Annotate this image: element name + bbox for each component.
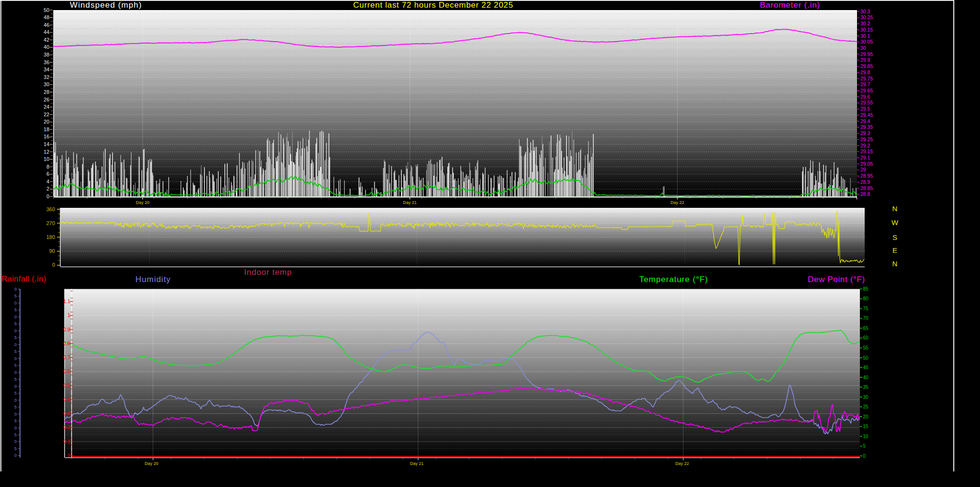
svg-text:5: 5 — [14, 432, 17, 437]
svg-text:1.1: 1.1 — [64, 299, 70, 304]
svg-text:22: 22 — [44, 112, 49, 117]
svg-text:30.3: 30.3 — [860, 9, 870, 14]
svg-text:0: 0 — [14, 370, 17, 375]
svg-text:0: 0 — [14, 453, 17, 458]
svg-text:0.8: 0.8 — [64, 341, 70, 346]
svg-text:5: 5 — [14, 446, 17, 451]
svg-text:360: 360 — [46, 206, 55, 212]
svg-text:29.15: 29.15 — [860, 148, 873, 154]
svg-text:W: W — [891, 218, 899, 227]
svg-text:29.9: 29.9 — [860, 57, 870, 63]
svg-text:16: 16 — [44, 134, 49, 139]
svg-text:5: 5 — [14, 405, 17, 409]
svg-text:0.5: 0.5 — [64, 383, 70, 388]
svg-text:35: 35 — [863, 385, 869, 390]
svg-text:24: 24 — [44, 104, 49, 110]
svg-text:E: E — [892, 246, 897, 254]
svg-text:18: 18 — [44, 126, 49, 132]
svg-text:50: 50 — [44, 7, 49, 13]
svg-text:29.5: 29.5 — [860, 106, 870, 112]
svg-text:50: 50 — [863, 355, 869, 361]
svg-text:36: 36 — [44, 59, 49, 65]
svg-text:55: 55 — [863, 345, 869, 351]
svg-text:15: 15 — [863, 424, 869, 429]
svg-text:29.6: 29.6 — [860, 94, 870, 100]
svg-text:0: 0 — [14, 342, 17, 347]
svg-text:2: 2 — [46, 186, 49, 192]
svg-text:20: 20 — [863, 414, 869, 419]
svg-text:70: 70 — [863, 316, 869, 321]
svg-text:Day 20: Day 20 — [136, 200, 150, 205]
svg-text:29: 29 — [860, 167, 866, 172]
svg-text:0: 0 — [14, 315, 17, 319]
svg-text:Day 22: Day 22 — [675, 461, 689, 466]
svg-text:Humidity: Humidity — [135, 275, 171, 284]
svg-text:90: 90 — [49, 248, 55, 254]
svg-text:Day 20: Day 20 — [145, 461, 158, 466]
svg-text:180: 180 — [46, 234, 55, 240]
svg-text:75: 75 — [863, 306, 869, 311]
svg-text:0: 0 — [14, 412, 17, 417]
svg-text:0: 0 — [14, 301, 17, 306]
svg-text:0.7: 0.7 — [64, 355, 70, 360]
svg-text:29.85: 29.85 — [860, 63, 873, 69]
svg-text:26: 26 — [44, 97, 49, 102]
svg-text:5: 5 — [14, 349, 17, 354]
svg-text:5: 5 — [14, 419, 17, 423]
svg-text:0.4: 0.4 — [64, 397, 70, 402]
svg-text:0: 0 — [14, 439, 17, 444]
svg-text:0: 0 — [14, 287, 17, 292]
svg-text:Indoor temp: Indoor temp — [244, 268, 292, 277]
svg-text:46: 46 — [44, 22, 49, 28]
svg-text:5: 5 — [14, 307, 17, 312]
svg-text:29.7: 29.7 — [860, 81, 870, 87]
svg-text:80: 80 — [863, 296, 869, 301]
svg-text:25: 25 — [863, 404, 869, 409]
svg-text:28.95: 28.95 — [860, 173, 873, 179]
svg-text:30.1: 30.1 — [860, 33, 870, 39]
svg-text:5: 5 — [14, 335, 17, 340]
svg-text:Day 21: Day 21 — [403, 200, 417, 205]
svg-text:N: N — [892, 260, 898, 268]
svg-text:28: 28 — [44, 89, 49, 95]
svg-text:29.1: 29.1 — [860, 155, 870, 160]
svg-text:40: 40 — [863, 375, 869, 380]
svg-text:5: 5 — [863, 443, 866, 449]
svg-text:29.35: 29.35 — [860, 124, 873, 130]
svg-text:29.55: 29.55 — [860, 100, 873, 105]
svg-text:10: 10 — [863, 434, 869, 439]
svg-text:0: 0 — [14, 328, 17, 333]
svg-text:28.85: 28.85 — [860, 185, 873, 191]
svg-text:Day 22: Day 22 — [670, 200, 684, 205]
svg-text:30.2: 30.2 — [860, 21, 870, 26]
svg-text:85: 85 — [863, 286, 869, 292]
svg-text:Barometer (.in): Barometer (.in) — [760, 0, 820, 10]
svg-text:0.9: 0.9 — [64, 327, 70, 332]
svg-text:14: 14 — [44, 141, 49, 147]
svg-text:8: 8 — [46, 164, 49, 170]
svg-text:29.25: 29.25 — [860, 136, 873, 142]
svg-text:0: 0 — [863, 453, 866, 459]
svg-text:30.25: 30.25 — [860, 14, 873, 20]
svg-text:Windspeed (mph): Windspeed (mph) — [70, 0, 142, 10]
svg-text:30.05: 30.05 — [860, 39, 873, 45]
svg-text:4: 4 — [46, 179, 49, 184]
svg-text:20: 20 — [44, 119, 49, 125]
svg-text:5: 5 — [14, 294, 17, 298]
svg-text:29.3: 29.3 — [860, 130, 870, 136]
svg-text:10: 10 — [44, 156, 49, 162]
svg-text:40: 40 — [44, 44, 49, 50]
svg-text:Day 21: Day 21 — [410, 461, 424, 466]
svg-text:30: 30 — [44, 81, 49, 87]
svg-text:48: 48 — [44, 14, 49, 20]
svg-text:5: 5 — [14, 391, 17, 396]
svg-text:0.2: 0.2 — [64, 425, 70, 430]
svg-text:32: 32 — [44, 74, 49, 80]
svg-text:29.65: 29.65 — [860, 88, 873, 93]
svg-text:6: 6 — [46, 171, 49, 177]
svg-text:0.6: 0.6 — [64, 369, 70, 374]
svg-text:29.95: 29.95 — [860, 51, 873, 57]
svg-text:29.2: 29.2 — [860, 143, 870, 148]
svg-text:44: 44 — [44, 29, 49, 35]
svg-text:30.15: 30.15 — [860, 27, 873, 33]
